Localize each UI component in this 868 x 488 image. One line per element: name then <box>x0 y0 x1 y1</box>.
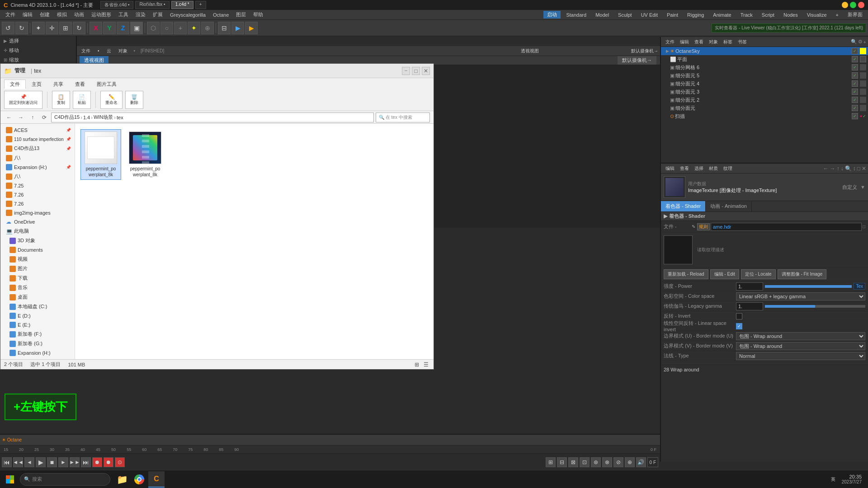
tab-riotvan[interactable]: RiotVan.fbx • <box>135 1 169 9</box>
fm-minimize[interactable]: － <box>402 67 410 75</box>
tree-item-subdivide1[interactable]: ▣ 细分面元 ✓ <box>661 104 868 112</box>
nav-up[interactable]: ↑ <box>28 113 38 122</box>
sidebar-item-docs[interactable]: Documents <box>0 245 75 254</box>
tl-extra2[interactable]: ⊟ <box>557 457 567 467</box>
sidebar-item-e-drive[interactable]: E (D:) <box>0 311 75 320</box>
tree-item-subdivide5[interactable]: ▣ 细分面元 5 ✓ <box>661 71 868 80</box>
sidebar-item-desktop[interactable]: 桌面 <box>0 292 75 302</box>
nav-forward[interactable]: → <box>16 113 26 122</box>
menu-tools[interactable]: 工具 <box>115 10 132 19</box>
mode-model[interactable]: Model <box>592 11 613 19</box>
sidebar-item-download[interactable]: 下载 <box>0 273 75 283</box>
subtab-shader[interactable]: 着色器 - Shader <box>661 201 706 211</box>
menu-file[interactable]: 文件 <box>2 10 19 19</box>
sidebar-item-img2img[interactable]: img2img-images <box>0 208 75 217</box>
props-close-icon[interactable]: ✕ <box>862 165 866 172</box>
sidebar-item-onedrive[interactable]: ☁ OneDrive <box>0 217 75 226</box>
menu-create[interactable]: 创建 <box>36 10 53 19</box>
border-v-dropdown[interactable]: 包围 - Wrap around <box>736 342 865 350</box>
start-btn[interactable] <box>2 471 18 488</box>
tree-item-subdivide4[interactable]: ▣ 细分面元 4 ✓ <box>661 80 868 88</box>
nav-refresh[interactable]: ⟳ <box>39 113 49 122</box>
grid-btn[interactable]: ⊟ <box>218 22 231 34</box>
tl-next-frame[interactable]: ► <box>58 457 68 467</box>
taskbar-chrome[interactable] <box>131 471 147 488</box>
add-icon[interactable]: + <box>863 39 866 45</box>
fm-maximize[interactable]: □ <box>412 67 420 75</box>
fm-tab-share[interactable]: 共享 <box>47 80 69 89</box>
sidebar-item-3d[interactable]: 3D 对象 <box>0 236 75 245</box>
gear-icon[interactable]: ⚙ <box>858 39 863 45</box>
tl-prev[interactable]: ◄◄ <box>13 457 23 467</box>
crumb-win[interactable]: WIN场景 <box>94 114 113 121</box>
tl-audio[interactable]: 🔊 <box>636 457 646 467</box>
tab-new[interactable]: + <box>195 1 206 9</box>
move-btn[interactable]: ✛ <box>46 22 58 34</box>
fm-tab-view[interactable]: 查看 <box>69 80 91 89</box>
tree-item-subdivide6[interactable]: ▣ 细分网格 6 ✓ <box>661 63 868 71</box>
props-select[interactable]: 选择 <box>692 164 706 173</box>
sidebar-item-726a[interactable]: 7.26 <box>0 190 75 199</box>
sidebar-item-aces[interactable]: ACES 📌 <box>0 126 75 135</box>
menu-render[interactable]: 渲染 <box>132 10 149 19</box>
tl-record2[interactable]: ⏺ <box>104 457 113 467</box>
z-axis[interactable]: Z <box>117 22 129 34</box>
vp-tab-camera[interactable]: 默认摄像机→ <box>618 56 656 65</box>
select-btn[interactable]: ✦ <box>32 22 45 34</box>
sphere-btn[interactable]: ○ <box>160 22 173 34</box>
fm-tab-picture[interactable]: 图片工具 <box>91 80 123 89</box>
props-search-icon[interactable]: 🔍 <box>845 165 852 172</box>
tree-item-subdivide2[interactable]: ▣ 细分面元 2 ✓ <box>661 96 868 104</box>
tl-record[interactable]: ⏺ <box>92 457 102 467</box>
fm-close[interactable]: ✕ <box>422 67 430 75</box>
props-texture[interactable]: 纹理 <box>721 164 735 173</box>
tl-extra8[interactable]: ⊕ <box>625 457 635 467</box>
props-expand-icon[interactable]: ↕ <box>853 165 856 172</box>
sidebar-item-video[interactable]: 视频 <box>0 254 75 264</box>
mode-nodes[interactable]: Nodes <box>780 11 802 19</box>
props-nav-down[interactable]: ↓ <box>841 165 844 172</box>
sidebar-item-ba[interactable]: 八\ <box>0 153 75 163</box>
sobj-bookmark-btn[interactable]: 书签 <box>735 38 750 46</box>
list-view-btn[interactable]: ☰ <box>422 361 430 369</box>
mode-track[interactable]: Track <box>737 11 756 19</box>
tab-main[interactable]: 1.c4d * <box>171 1 193 9</box>
null-btn[interactable]: + <box>174 22 187 34</box>
reload-btn[interactable]: 重新加载 - Reload <box>664 269 708 279</box>
tl-prev-frame[interactable]: ◄ <box>24 457 34 467</box>
light-btn[interactable]: ✦ <box>188 22 200 34</box>
crumb-tex[interactable]: tex <box>117 115 123 120</box>
mode-paint[interactable]: Paint <box>663 11 682 19</box>
power-input[interactable] <box>736 282 763 291</box>
nav-back[interactable]: ← <box>4 113 14 122</box>
taskbar-explorer[interactable]: 📁 <box>114 471 130 488</box>
nav-cloud[interactable]: 云 <box>104 47 114 55</box>
render-prev-btn[interactable]: ▶ <box>231 22 244 34</box>
file-item-zip[interactable]: peppermint_powerplant_8k <box>125 129 165 180</box>
maximize-btn[interactable] <box>850 2 856 8</box>
tl-extra3[interactable]: ⊠ <box>568 457 578 467</box>
sidebar-item-g-drive[interactable]: 新加卷 (G:) <box>0 339 75 348</box>
gamma-slider[interactable] <box>765 305 865 308</box>
props-nav-up[interactable]: ↑ <box>837 165 840 172</box>
subtab-animation[interactable]: 动画 - Animation <box>706 201 752 211</box>
tree-item-plane[interactable]: ⬜ 平面 ✓ <box>661 55 868 63</box>
taskbar-c4d[interactable]: C <box>148 471 165 488</box>
sobj-edit-btn[interactable]: 编辑 <box>677 38 692 46</box>
fit-image-btn[interactable]: 调整图像 - Fit Image <box>778 269 827 279</box>
mode-script[interactable]: Script <box>758 11 778 19</box>
mode-sculpt[interactable]: Sculpt <box>614 11 636 19</box>
menu-plugins[interactable]: 扩展 <box>149 10 166 19</box>
locate-btn[interactable]: 定位 - Locate <box>741 269 776 279</box>
address-bar[interactable]: C4D作品15 › 1.4 › WIN场景 › tex <box>51 113 374 122</box>
tl-extra1[interactable]: ⊞ <box>546 457 556 467</box>
props-edit[interactable]: 编辑 <box>663 164 677 173</box>
menu-layers[interactable]: 图层 <box>232 10 250 19</box>
tl-stop[interactable]: ■ <box>47 457 57 467</box>
ribbon-copy[interactable]: 📋复制 <box>52 91 70 109</box>
invert-checkbox[interactable] <box>736 313 742 319</box>
edit-icon[interactable]: ✎ <box>692 224 695 229</box>
render-btn[interactable]: ▶ <box>245 22 258 34</box>
mode-standard[interactable]: Standard <box>562 11 590 19</box>
sobj-obj-btn[interactable]: 对象 <box>706 38 721 46</box>
